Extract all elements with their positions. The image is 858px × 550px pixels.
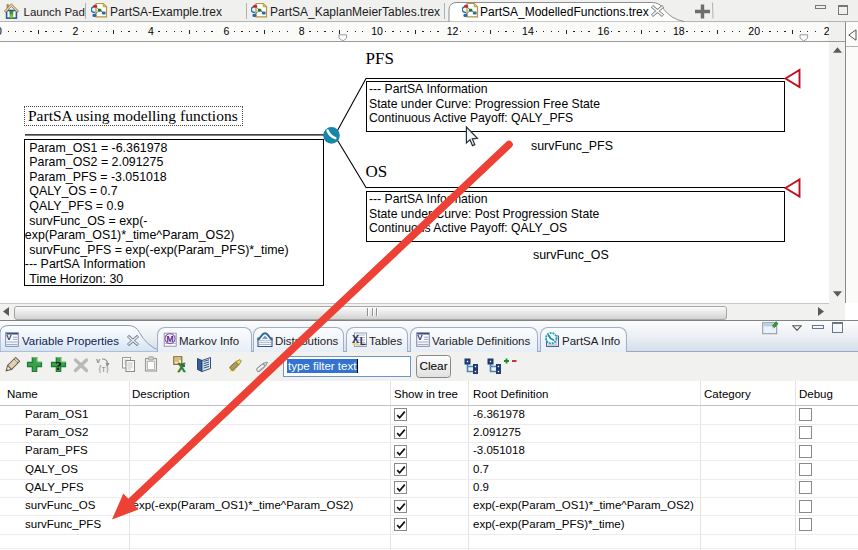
svg-text:L: L (360, 334, 367, 346)
svg-text:M: M (166, 333, 173, 343)
svg-text:?: ? (55, 358, 62, 373)
svg-text:{т}: {т} (99, 364, 109, 374)
svg-text:X: X (178, 361, 186, 373)
svg-text:X: X (352, 332, 359, 344)
svg-text:V: V (6, 333, 12, 342)
svg-text:V: V (417, 333, 423, 342)
